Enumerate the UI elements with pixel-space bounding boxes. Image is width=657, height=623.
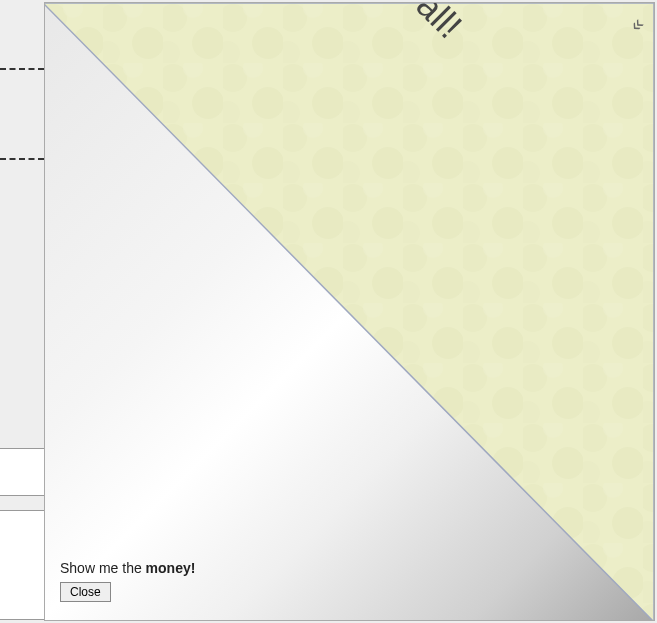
modal-dialog: Show me the money! Close Click to Reveal…: [44, 2, 655, 621]
modal-content: Show me the money! Close: [60, 560, 195, 602]
divider-dashed: [0, 158, 44, 160]
peel-headline-1: Click to Reveal more!: [200, 2, 583, 19]
peel-click-area[interactable]: Click to Reveal more! Now you can see it…: [44, 2, 654, 569]
block: [0, 448, 44, 496]
modal-message: Show me the money!: [60, 560, 195, 576]
left-panel: [0, 0, 44, 623]
chevron-collapse-icon[interactable]: «: [624, 12, 648, 36]
divider-dashed: [0, 68, 44, 70]
modal-message-bold: money!: [146, 560, 196, 576]
page-peel: Click to Reveal more! Now you can see it…: [44, 3, 654, 621]
close-button[interactable]: Close: [60, 582, 111, 602]
block: [0, 510, 44, 620]
peel-headline-2: Now you can see it all!: [136, 2, 519, 96]
modal-message-prefix: Show me the: [60, 560, 146, 576]
